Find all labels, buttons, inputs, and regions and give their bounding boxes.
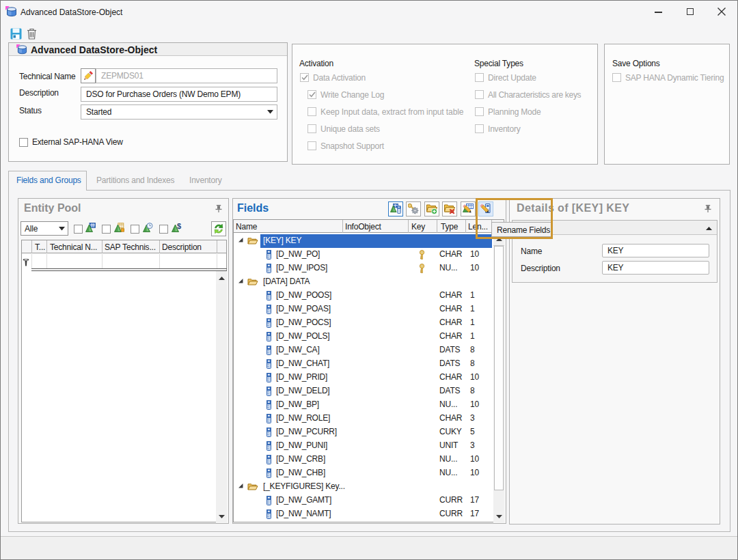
svg-text:$: $ bbox=[177, 223, 181, 230]
